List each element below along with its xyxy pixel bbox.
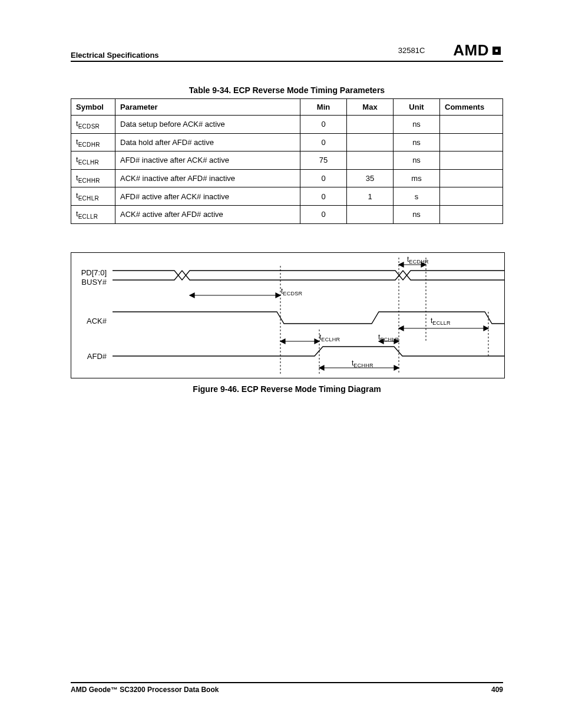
amd-logo: AMD — [453, 41, 503, 60]
figure-caption: Figure 9-46. ECP Reverse Mode Timing Dia… — [71, 384, 503, 394]
table-row: tECDHRData hold after AFD# active0ns — [71, 133, 503, 151]
cell-unit: s — [394, 187, 440, 206]
cell-parameter: AFD# inactive after ACK# active — [115, 151, 300, 170]
cell-unit: ms — [394, 169, 440, 187]
cell-comments — [440, 116, 503, 134]
cell-unit: ns — [394, 116, 440, 134]
cell-max — [347, 133, 394, 151]
footer-left: AMD Geode™ SC3200 Processor Data Book — [71, 686, 219, 694]
amd-arrow-icon — [490, 44, 503, 57]
cell-max — [347, 151, 394, 170]
svg-marker-22 — [394, 365, 399, 370]
cell-parameter: ACK# active after AFD# active — [115, 205, 300, 223]
col-parameter: Parameter — [115, 99, 300, 116]
cell-comments — [440, 205, 503, 223]
cell-min: 75 — [300, 151, 347, 170]
signal-label-ack: ACK# — [71, 317, 107, 325]
svg-marker-21 — [319, 365, 324, 370]
cell-comments — [440, 133, 503, 151]
table-row: tECHHRACK# inactive after AFD# inactive0… — [71, 169, 503, 187]
signal-label-afd: AFD# — [71, 352, 107, 361]
svg-marker-9 — [190, 293, 194, 298]
col-unit: Unit — [394, 99, 440, 116]
svg-marker-6 — [399, 262, 404, 267]
table-row: tECLLRACK# active after AFD# active0ns — [71, 205, 503, 223]
svg-marker-10 — [276, 293, 280, 298]
cell-min: 0 — [300, 169, 347, 187]
cell-symbol: tECDSR — [71, 116, 115, 134]
doc-number: 32581C — [398, 46, 425, 55]
page-header: Electrical Specifications 32581C AMD — [71, 41, 503, 62]
col-max: Max — [347, 99, 394, 116]
col-min: Min — [300, 99, 347, 116]
cell-unit: ns — [394, 133, 440, 151]
cell-parameter: Data hold after AFD# active — [115, 133, 300, 151]
table-row: tECHLRAFD# active after ACK# inactive01s — [71, 187, 503, 206]
cell-parameter: AFD# active after ACK# inactive — [115, 187, 300, 206]
cell-symbol: tECHHR — [71, 169, 115, 187]
cell-symbol: tECLHR — [71, 151, 115, 170]
cell-parameter: ACK# inactive after AFD# inactive — [115, 169, 300, 187]
cell-symbol: tECDHR — [71, 133, 115, 151]
cell-min: 0 — [300, 187, 347, 206]
cell-max: 35 — [347, 169, 394, 187]
cell-symbol: tECLLR — [71, 205, 115, 223]
table-row: tECDSRData setup before ACK# active0ns — [71, 116, 503, 134]
timing-parameters-table: Symbol Parameter Min Max Unit Comments t… — [71, 98, 503, 224]
cell-unit: ns — [394, 151, 440, 170]
cell-comments — [440, 169, 503, 187]
cell-comments — [440, 151, 503, 170]
page: Electrical Specifications 32581C AMD Tab… — [0, 0, 562, 728]
col-symbol: Symbol — [71, 99, 115, 116]
amd-logo-text: AMD — [453, 41, 489, 60]
signal-label-busy: BUSY# — [71, 278, 107, 286]
section-title: Electrical Specifications — [71, 51, 159, 60]
cell-symbol: tECHLR — [71, 187, 115, 206]
signal-label-pd: PD[7:0] — [71, 268, 107, 277]
svg-marker-13 — [484, 326, 488, 331]
svg-marker-18 — [394, 339, 399, 344]
svg-marker-16 — [315, 339, 319, 344]
cell-min: 0 — [300, 205, 347, 223]
timing-diagram: PD[7:0] BUSY# ACK# AFD# tECDHR tECDSR tE… — [71, 252, 505, 378]
waveform-svg — [113, 253, 504, 378]
cell-min: 0 — [300, 133, 347, 151]
page-footer: AMD Geode™ SC3200 Processor Data Book 40… — [71, 682, 503, 694]
table-title: Table 9-34. ECP Reverse Mode Timing Para… — [71, 85, 503, 95]
col-comments: Comments — [440, 99, 503, 116]
svg-marker-7 — [421, 262, 426, 267]
svg-marker-19 — [379, 339, 384, 344]
figure-container: PD[7:0] BUSY# ACK# AFD# tECDHR tECDSR tE… — [71, 252, 503, 394]
cell-max: 1 — [347, 187, 394, 206]
cell-min: 0 — [300, 116, 347, 134]
cell-comments — [440, 187, 503, 206]
footer-page-number: 409 — [491, 686, 503, 694]
cell-max — [347, 116, 394, 134]
svg-marker-12 — [399, 326, 404, 331]
cell-max — [347, 205, 394, 223]
table-row: tECLHRAFD# inactive after ACK# active75n… — [71, 151, 503, 170]
svg-marker-15 — [280, 339, 285, 344]
table-header-row: Symbol Parameter Min Max Unit Comments — [71, 99, 503, 116]
cell-parameter: Data setup before ACK# active — [115, 116, 300, 134]
cell-unit: ns — [394, 205, 440, 223]
header-right: 32581C AMD — [398, 41, 503, 60]
